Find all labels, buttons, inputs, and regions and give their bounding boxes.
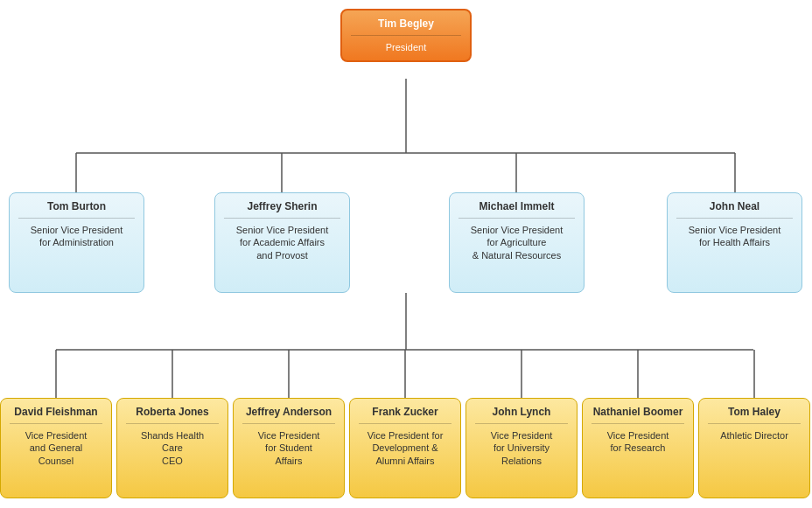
node-nathaniel-boomer: Nathaniel Boomer Vice Presidentfor Resea…	[582, 398, 694, 498]
node-jeffrey-anderson-name: Jeffrey Anderson	[242, 406, 335, 424]
node-david-fleishman-name: David Fleishman	[10, 406, 102, 424]
node-david-fleishman-title: Vice Presidentand GeneralCounsel	[10, 429, 102, 467]
node-john-neal-title: Senior Vice Presidentfor Health Affairs	[676, 224, 793, 249]
node-john-lynch-title: Vice Presidentfor UniversityRelations	[475, 429, 568, 467]
node-tom-burton-name: Tom Burton	[18, 200, 135, 219]
node-john-neal: John Neal Senior Vice Presidentfor Healt…	[667, 192, 802, 293]
node-roberta-jones: Roberta Jones Shands HealthCareCEO	[116, 398, 228, 498]
node-david-fleishman: David Fleishman Vice Presidentand Genera…	[0, 398, 112, 498]
node-jeffrey-sherin-title: Senior Vice Presidentfor Academic Affair…	[224, 224, 340, 261]
node-frank-zucker-name: Frank Zucker	[359, 406, 452, 424]
node-jeffrey-sherin: Jeffrey Sherin Senior Vice Presidentfor …	[214, 192, 350, 293]
node-nathaniel-boomer-title: Vice Presidentfor Research	[592, 429, 684, 455]
node-jeffrey-sherin-name: Jeffrey Sherin	[224, 200, 340, 219]
node-nathaniel-boomer-name: Nathaniel Boomer	[592, 406, 684, 424]
node-john-lynch: John Lynch Vice Presidentfor UniversityR…	[466, 398, 578, 498]
node-michael-immelt: Michael Immelt Senior Vice Presidentfor …	[449, 192, 584, 293]
node-president: Tim Begley President	[340, 9, 472, 62]
org-chart: Tim Begley President Tom Burton Senior V…	[0, 0, 812, 17]
node-frank-zucker: Frank Zucker Vice President forDevelopme…	[349, 398, 461, 498]
node-tom-burton: Tom Burton Senior Vice Presidentfor Admi…	[9, 192, 144, 293]
node-president-title: President	[351, 41, 461, 53]
node-tom-burton-title: Senior Vice Presidentfor Administration	[18, 224, 135, 249]
node-frank-zucker-title: Vice President forDevelopment &Alumni Af…	[359, 429, 452, 467]
node-tom-haley-title: Athletic Director	[708, 429, 801, 442]
node-jeffrey-anderson: Jeffrey Anderson Vice Presidentfor Stude…	[233, 398, 345, 498]
node-michael-immelt-name: Michael Immelt	[458, 200, 575, 219]
node-tom-haley: Tom Haley Athletic Director	[698, 398, 810, 498]
node-john-lynch-name: John Lynch	[475, 406, 568, 424]
node-tom-haley-name: Tom Haley	[708, 406, 801, 424]
node-michael-immelt-title: Senior Vice Presidentfor Agriculture& Na…	[458, 224, 575, 261]
node-president-name: Tim Begley	[351, 17, 461, 36]
node-roberta-jones-name: Roberta Jones	[126, 406, 219, 424]
node-john-neal-name: John Neal	[676, 200, 793, 219]
node-roberta-jones-title: Shands HealthCareCEO	[126, 429, 219, 467]
node-jeffrey-anderson-title: Vice Presidentfor StudentAffairs	[242, 429, 335, 467]
